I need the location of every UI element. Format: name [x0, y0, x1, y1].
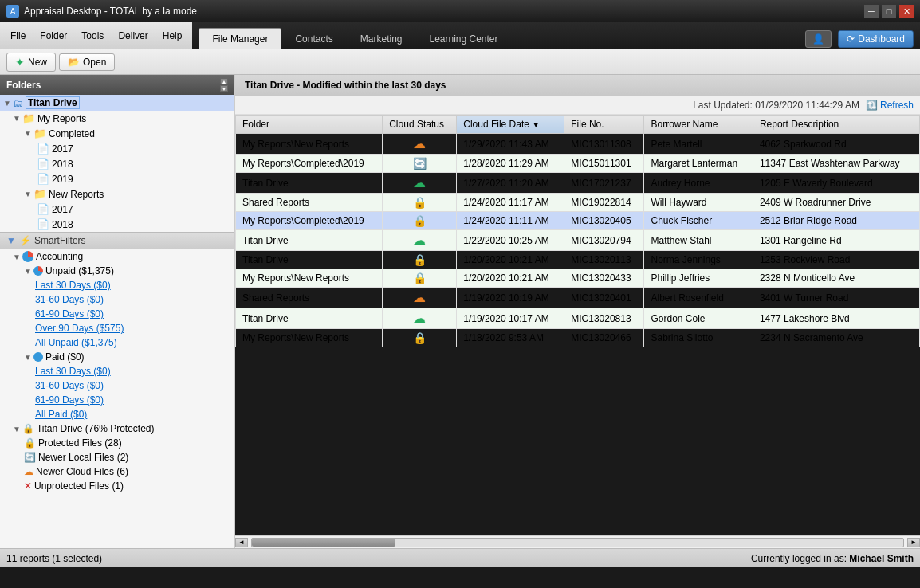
- cell-cloud-date: 1/22/2020 10:25 AM: [457, 230, 564, 251]
- table-row[interactable]: My Reports\New Reports ☁ 1/29/2020 11:43…: [236, 134, 920, 155]
- cell-cloud-date: 1/29/2020 11:43 AM: [457, 134, 564, 155]
- menu-help[interactable]: Help: [155, 27, 190, 45]
- cell-folder: Titan Drive: [236, 173, 383, 194]
- cell-folder: My Reports\Completed\2019: [236, 155, 383, 173]
- cell-cloud-status: 🔒: [383, 269, 457, 288]
- horizontal-scroll-area: ◄ ►: [235, 535, 920, 548]
- table-row[interactable]: Shared Reports 🔒 1/24/2020 11:17 AM MIC1…: [236, 194, 920, 212]
- tree-all-paid[interactable]: All Paid ($0): [0, 407, 234, 421]
- col-folder[interactable]: Folder: [236, 116, 383, 134]
- pie-chart-small-icon: [33, 266, 43, 276]
- folder-icon: 📁: [33, 127, 46, 139]
- open-button[interactable]: 📂 Open: [59, 53, 115, 71]
- tree-6190-paid[interactable]: 61-90 Days ($0): [0, 393, 234, 407]
- cell-cloud-status: ☁: [383, 308, 457, 329]
- tree-titan-drive-protected[interactable]: ▼ 🔒 Titan Drive (76% Protected): [0, 421, 234, 436]
- user-button[interactable]: 👤: [805, 30, 832, 48]
- tree-all-unpaid[interactable]: All Unpaid ($1,375): [0, 335, 234, 350]
- cell-description: 3401 W Turner Road: [753, 288, 919, 308]
- tree-completed[interactable]: ▼ 📁 Completed: [0, 126, 234, 141]
- menu-tools[interactable]: Tools: [74, 27, 111, 45]
- tree-unpaid[interactable]: ▼ Unpaid ($1,375): [0, 264, 234, 278]
- open-icon: 📂: [68, 57, 80, 68]
- cloud-warn-icon: ☁: [24, 466, 33, 477]
- table-row[interactable]: My Reports\New Reports 🔒 1/20/2020 10:21…: [236, 269, 920, 288]
- cell-borrower: Albert Rosenfield: [644, 288, 753, 308]
- filter-icon: ▼: [6, 235, 16, 246]
- tab-file-manager[interactable]: File Manager: [199, 28, 281, 49]
- menu-file[interactable]: File: [3, 27, 33, 45]
- tab-contacts[interactable]: Contacts: [281, 28, 346, 49]
- tree-protected-files[interactable]: 🔒 Protected Files (28): [0, 436, 234, 450]
- cell-cloud-date: 1/20/2020 10:21 AM: [457, 251, 564, 269]
- cell-file-no: MIC13011308: [564, 134, 644, 155]
- cell-borrower: Gordon Cole: [644, 308, 753, 329]
- col-cloud-date[interactable]: Cloud File Date ▼: [457, 116, 564, 134]
- tree-last30-paid[interactable]: Last 30 Days ($0): [0, 364, 234, 378]
- cloud-green-icon: ☁: [413, 312, 426, 325]
- doc-icon: 📄: [37, 158, 49, 170]
- expand-icon: ▼: [3, 99, 11, 108]
- scroll-right-button[interactable]: ►: [907, 538, 920, 547]
- cloud-green-icon: ☁: [413, 176, 426, 190]
- tree-completed-2018[interactable]: 📄 2018: [0, 156, 234, 171]
- tree-3160-unpaid[interactable]: 31-60 Days ($0): [0, 292, 234, 307]
- table-row[interactable]: Titan Drive ☁ 1/27/2020 11:20 AM MIC1702…: [236, 173, 920, 194]
- tree-last30-unpaid[interactable]: Last 30 Days ($0): [0, 278, 234, 292]
- cell-borrower: Pete Martell: [644, 134, 753, 155]
- table-row[interactable]: Titan Drive ☁ 1/22/2020 10:25 AM MIC1302…: [236, 230, 920, 251]
- restore-button[interactable]: □: [882, 5, 896, 18]
- lock-icon: 🔒: [22, 423, 34, 434]
- scroll-left-button[interactable]: ◄: [235, 538, 248, 547]
- cell-folder: My Reports\New Reports: [236, 329, 383, 347]
- tab-marketing[interactable]: Marketing: [347, 28, 416, 49]
- col-file-no[interactable]: File No.: [564, 116, 644, 134]
- tree-new-reports[interactable]: ▼ 📁 New Reports: [0, 186, 234, 202]
- cell-cloud-date: 1/18/2020 9:53 AM: [457, 329, 564, 347]
- smartfilters-header: ▼ ⚡ SmartFilters: [0, 232, 234, 249]
- tree-newer-local-files[interactable]: 🔄 Newer Local Files (2): [0, 450, 234, 465]
- table-row[interactable]: My Reports\Completed\2019 🔄 1/28/2020 11…: [236, 155, 920, 173]
- table-row[interactable]: Titan Drive 🔒 1/20/2020 10:21 AM MIC1302…: [236, 251, 920, 269]
- cell-borrower: Margaret Lanterman: [644, 155, 753, 173]
- left-panel: Folders ▲ ▼ ▼ 🗂 Titan Drive ▼ 📁 My Repor…: [0, 75, 235, 548]
- minimize-button[interactable]: ─: [864, 5, 879, 18]
- scroll-up-btn[interactable]: ▲: [220, 78, 228, 84]
- app-icon: A: [6, 5, 19, 18]
- tab-learning-center[interactable]: Learning Center: [415, 28, 511, 49]
- folder-icon: 📁: [22, 112, 35, 124]
- close-button[interactable]: ✕: [899, 5, 914, 18]
- sync-icon: 🔄: [24, 452, 36, 463]
- tree-paid[interactable]: ▼ Paid ($0): [0, 350, 234, 364]
- tree-newer-cloud-files[interactable]: ☁ Newer Cloud Files (6): [0, 465, 234, 479]
- table-row[interactable]: My Reports\Completed\2019 🔒 1/24/2020 11…: [236, 212, 920, 230]
- tree-unprotected-files[interactable]: ✕ Unprotected Files (1): [0, 479, 234, 493]
- col-description[interactable]: Report Description: [753, 116, 919, 134]
- tree-new-reports-2017[interactable]: 📄 2017: [0, 202, 234, 217]
- cell-borrower: Phillip Jeffries: [644, 269, 753, 288]
- table-row[interactable]: Titan Drive ☁ 1/19/2020 10:17 AM MIC1302…: [236, 308, 920, 329]
- tree-completed-2017[interactable]: 📄 2017: [0, 141, 234, 156]
- refresh-button[interactable]: 🔃 Refresh: [866, 100, 914, 111]
- tree-6190-unpaid[interactable]: 61-90 Days ($0): [0, 307, 234, 321]
- dashboard-button[interactable]: ⟳ Dashboard: [838, 30, 914, 48]
- app-title: Appraisal Desktop - TOTAL by a la mode: [24, 6, 864, 17]
- table-row[interactable]: My Reports\New Reports 🔒 1/18/2020 9:53 …: [236, 329, 920, 347]
- menu-folder[interactable]: Folder: [33, 27, 74, 45]
- lock-blue-icon: 🔒: [413, 214, 427, 227]
- table-row[interactable]: Shared Reports ☁ 1/19/2020 10:19 AM MIC1…: [236, 288, 920, 308]
- tree-my-reports[interactable]: ▼ 📁 My Reports: [0, 111, 234, 126]
- scroll-down-btn[interactable]: ▼: [220, 85, 228, 92]
- horizontal-scrollbar[interactable]: [251, 538, 904, 547]
- tree-accounting[interactable]: ▼ Accounting: [0, 249, 234, 264]
- cell-cloud-status: ☁: [383, 230, 457, 251]
- menu-deliver[interactable]: Deliver: [111, 27, 155, 45]
- tree-over90[interactable]: Over 90 Days ($575): [0, 321, 234, 335]
- col-borrower[interactable]: Borrower Name: [644, 116, 753, 134]
- cell-cloud-date: 1/20/2020 10:21 AM: [457, 269, 564, 288]
- tree-completed-2019[interactable]: 📄 2019: [0, 171, 234, 186]
- tree-titan-drive-root[interactable]: ▼ 🗂 Titan Drive: [0, 95, 234, 111]
- tree-new-reports-2018[interactable]: 📄 2018: [0, 217, 234, 232]
- new-button[interactable]: ✦ New: [6, 53, 56, 72]
- tree-3160-paid[interactable]: 31-60 Days ($0): [0, 378, 234, 393]
